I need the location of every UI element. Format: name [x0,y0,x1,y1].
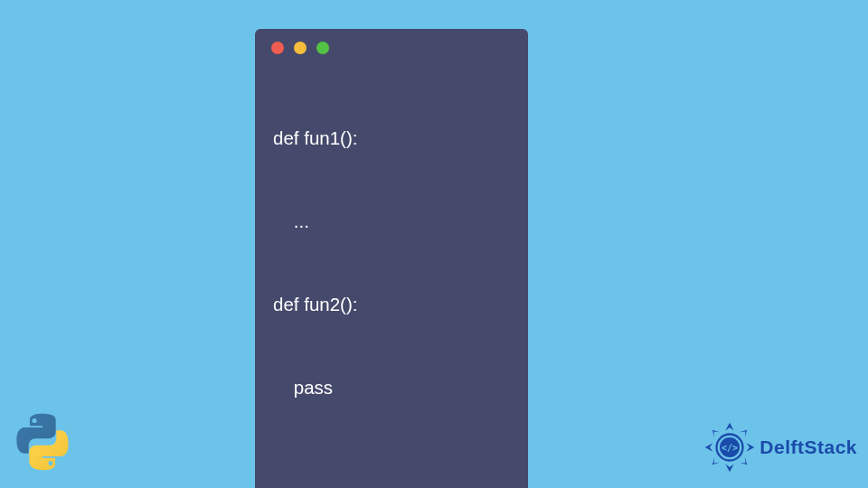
svg-text:</>: </> [722,443,738,453]
svg-marker-0 [726,423,734,431]
code-line: pass [273,374,510,402]
code-body: def fun1(): ... def fun2(): pass print("… [255,63,528,488]
window-traffic-lights [255,29,528,63]
svg-marker-3 [705,443,713,451]
code-line: ... [273,208,510,236]
delftstack-badge: </> DelftStack [703,421,857,474]
delftstack-brand-text: DelftStack [760,436,857,458]
svg-marker-4 [740,430,747,437]
code-window: def fun1(): ... def fun2(): pass print("… [255,29,528,488]
svg-marker-7 [712,430,720,437]
svg-marker-6 [712,457,720,465]
minimize-dot-icon [294,42,307,54]
python-logo-icon [11,410,74,474]
code-line: def fun1(): [273,125,510,153]
close-dot-icon [271,42,284,54]
svg-marker-5 [740,457,747,465]
svg-marker-1 [747,443,755,451]
code-line: def fun2(): [273,291,510,319]
maximize-dot-icon [316,42,329,54]
delftstack-logo-icon: </> [703,421,756,474]
svg-marker-2 [726,465,734,473]
